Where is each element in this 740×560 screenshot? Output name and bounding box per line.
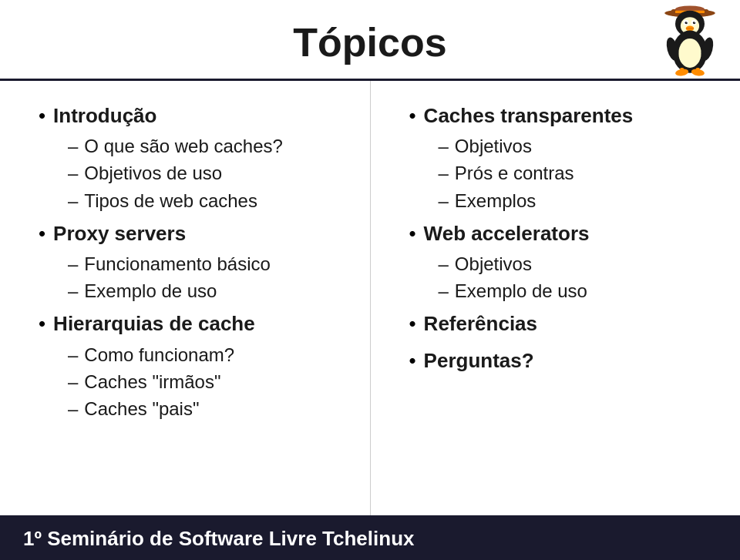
sub-label: O que são web caches? — [84, 134, 283, 158]
svg-point-10 — [686, 22, 687, 22]
sub-label: Objetivos — [455, 134, 532, 158]
dash-icon: – — [68, 370, 78, 394]
dash-icon: – — [68, 252, 78, 276]
list-item: • Caches transparentes — [409, 104, 725, 128]
dash-icon: – — [68, 279, 78, 303]
dash-icon: – — [439, 134, 449, 158]
list-item: – Exemplos — [439, 189, 725, 213]
sub-label: Funcionamento básico — [84, 252, 270, 276]
list-item: • Perguntas? — [409, 349, 725, 373]
sub-label: Exemplo de uso — [455, 279, 587, 303]
list-item: – Objetivos de uso — [68, 161, 355, 185]
list-item: – Caches "irmãos" — [68, 370, 355, 394]
list-item: – Como funcionam? — [68, 343, 355, 367]
sub-label: Objetivos de uso — [84, 161, 222, 185]
dash-icon: – — [68, 397, 78, 421]
svg-rect-20 — [680, 68, 684, 73]
header: Tópicos — [0, 0, 740, 81]
list-item: – Caches "pais" — [68, 397, 355, 421]
list-item: – Exemplo de uso — [439, 279, 725, 303]
dash-icon: – — [439, 189, 449, 213]
bullet-icon: • — [409, 312, 416, 336]
list-item: – Objetivos — [439, 252, 725, 276]
dash-icon: – — [68, 134, 78, 158]
sub-label: Tipos de web caches — [84, 189, 257, 213]
svg-point-15 — [678, 39, 701, 68]
main-content: • Introdução – O que são web caches? – O… — [0, 81, 740, 518]
sub-label: Prós e contras — [455, 161, 574, 185]
list-item: • Proxy servers — [39, 222, 355, 246]
tux-logo — [655, 4, 725, 77]
list-item: • Referências — [409, 312, 725, 336]
sub-label: Como funcionam? — [84, 343, 234, 367]
list-item: • Web accelerators — [409, 222, 725, 246]
list-item: • Introdução — [39, 104, 355, 128]
bullet-icon: • — [409, 104, 416, 128]
sub-label: Caches "pais" — [84, 397, 199, 421]
list-item: – Funcionamento básico — [68, 252, 355, 276]
list-item: • Hierarquias de cache — [39, 312, 355, 336]
dash-icon: – — [68, 161, 78, 185]
dash-icon: – — [439, 279, 449, 303]
bullet-icon: • — [39, 312, 45, 336]
list-item: – Objetivos — [439, 134, 725, 158]
dash-icon: – — [68, 189, 78, 213]
svg-point-11 — [695, 22, 695, 22]
right-column: • Caches transparentes – Objetivos – Pró… — [371, 81, 741, 515]
item-label: Web accelerators — [424, 222, 590, 246]
item-label: Referências — [424, 312, 537, 336]
list-item: – Exemplo de uso — [68, 279, 355, 303]
bullet-icon: • — [409, 349, 416, 373]
item-label: Caches transparentes — [424, 104, 634, 128]
dash-icon: – — [439, 252, 449, 276]
svg-rect-21 — [696, 68, 700, 73]
item-label: Perguntas? — [424, 349, 534, 373]
item-label: Hierarquias de cache — [53, 312, 255, 336]
item-label: Introdução — [53, 104, 156, 128]
bullet-icon: • — [39, 222, 45, 246]
list-item: – Tipos de web caches — [68, 189, 355, 213]
footer-text: 1º Seminário de Software Livre Tchelinux — [23, 527, 415, 551]
page-title: Tópicos — [293, 19, 446, 65]
sub-label: Caches "irmãos" — [84, 370, 220, 394]
bullet-icon: • — [39, 104, 45, 128]
list-item: – Prós e contras — [439, 161, 725, 185]
sub-label: Objetivos — [455, 252, 532, 276]
dash-icon: – — [439, 161, 449, 185]
item-label: Proxy servers — [53, 222, 186, 246]
footer: 1º Seminário de Software Livre Tchelinux — [0, 518, 740, 560]
list-item: – O que são web caches? — [68, 134, 355, 158]
dash-icon: – — [68, 343, 78, 367]
bullet-icon: • — [409, 222, 416, 246]
sub-label: Exemplos — [455, 189, 536, 213]
left-column: • Introdução – O que são web caches? – O… — [0, 81, 371, 515]
sub-label: Exemplo de uso — [84, 279, 217, 303]
